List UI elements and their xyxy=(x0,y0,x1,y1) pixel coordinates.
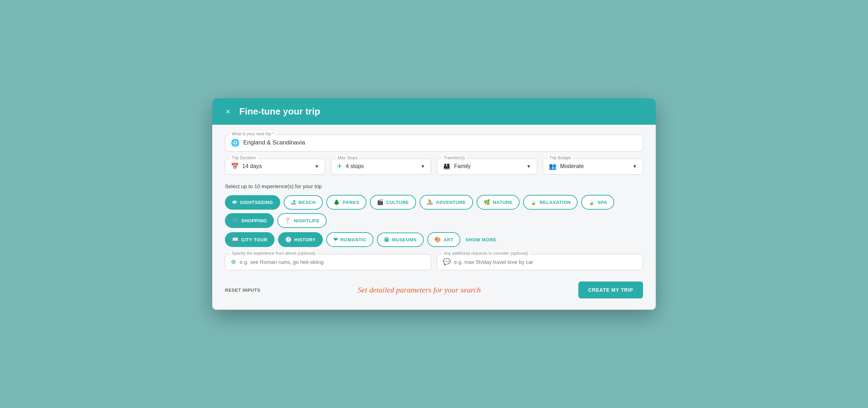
chip-spa[interactable]: 🍃 SPA xyxy=(581,195,614,210)
experiences-label: Select up to 10 experience(s) for your t… xyxy=(225,183,643,189)
trip-budget-label: Trip Budget xyxy=(548,155,573,160)
route-icon: ✈ xyxy=(337,162,342,170)
chip-nightlife[interactable]: 🍸 NIGHTLIFE xyxy=(277,213,327,228)
experience-specify-field: Specify the experience from above (optio… xyxy=(225,254,431,270)
travellers-value: Family xyxy=(454,163,523,169)
relaxation-icon: 🍃 xyxy=(530,199,537,205)
chip-sightseeing-label: SIGHTSEEING xyxy=(240,200,273,205)
chip-art-label: ART xyxy=(444,237,453,242)
additional-requests-input[interactable] xyxy=(454,259,637,265)
chip-spa-label: SPA xyxy=(598,200,607,205)
trip-duration-dropdown[interactable]: Trip Duration 📅 14 days ▼ xyxy=(225,159,325,175)
heart-icon: ❤ xyxy=(333,236,338,243)
chevron-down-icon: ▼ xyxy=(632,163,637,169)
chip-parks-label: PARKS xyxy=(343,200,359,205)
chip-romantic-label: ROMANTIC xyxy=(340,237,366,242)
chip-museums-label: MUSEUMS xyxy=(392,237,417,242)
reset-inputs-button[interactable]: RESET INPUTS xyxy=(225,288,260,293)
trip-duration-value: 14 days xyxy=(242,163,311,169)
chip-art[interactable]: 🎨 ART xyxy=(427,232,461,247)
chevron-down-icon: ▼ xyxy=(420,163,425,169)
chip-nature-label: NATURE xyxy=(493,200,512,205)
chip-beach-label: BEACH xyxy=(298,200,316,205)
trip-name-label: What is your next trip * xyxy=(230,131,276,136)
chips-row-1: 👁 SIGHTSEEING 🏖 BEACH 🌲 PARKS 🎬 CULTURE … xyxy=(225,195,643,228)
max-stops-dropdown[interactable]: Max Stops ✈ 4 stops ▼ xyxy=(331,159,431,175)
footer-message: Set detailed parameters for your search xyxy=(358,285,481,295)
chat-icon: 💬 xyxy=(443,258,451,266)
travellers-dropdown[interactable]: Traveller(s) 👨‍👩‍👧 Family ▼ xyxy=(437,159,537,175)
budget-icon: 👥 xyxy=(549,162,556,170)
create-trip-button[interactable]: CREATE MY TRIP xyxy=(578,282,643,298)
nature-icon: 🌿 xyxy=(484,199,491,205)
trip-name-field: What is your next trip * 🌐 xyxy=(225,135,643,152)
modal-footer: RESET INPUTS Set detailed parameters for… xyxy=(225,280,643,298)
chip-relaxation[interactable]: 🍃 RELAXATION xyxy=(523,195,578,210)
chip-relaxation-label: RELAXATION xyxy=(540,200,571,205)
chip-shopping-label: SHOPPING xyxy=(241,218,267,223)
bike-icon: 🚴 xyxy=(427,199,434,205)
experience-specify-input[interactable] xyxy=(240,259,425,265)
trip-name-input[interactable] xyxy=(243,139,637,146)
calendar-icon: 📅 xyxy=(231,162,239,170)
show-more-button[interactable]: SHOW MORE xyxy=(465,237,496,242)
trip-budget-dropdown[interactable]: Trip Budget 👥 Moderate ▼ xyxy=(543,159,643,175)
cart-icon: 🛒 xyxy=(232,217,239,224)
art-icon: 🎨 xyxy=(434,236,441,243)
film-icon: 🎬 xyxy=(377,199,384,205)
trip-budget-value: Moderate xyxy=(560,163,629,169)
chip-city-tour-label: CITY TOUR xyxy=(241,237,268,242)
chip-culture[interactable]: 🎬 CULTURE xyxy=(370,195,416,210)
beach-icon: 🏖 xyxy=(291,199,296,205)
additional-requests-field: Any additional requests to consider (opt… xyxy=(437,254,643,270)
book-icon: 📖 xyxy=(232,236,239,243)
dropdowns-row: Trip Duration 📅 14 days ▼ Max Stops ✈ 4 … xyxy=(225,159,643,175)
modal-container: × Fine-tune your trip What is your next … xyxy=(212,98,656,310)
chevron-down-icon: ▼ xyxy=(526,163,531,169)
tree-icon: 🌲 xyxy=(333,199,340,205)
globe-icon: 🌐 xyxy=(231,138,240,147)
chip-museums[interactable]: 🏛 MUSEUMS xyxy=(377,233,423,247)
modal-header: × Fine-tune your trip xyxy=(212,98,656,125)
modal-body: What is your next trip * 🌐 Trip Duration… xyxy=(212,125,656,310)
additional-requests-label: Any additional requests to consider (opt… xyxy=(442,251,529,256)
chip-city-tour[interactable]: 📖 CITY TOUR xyxy=(225,232,275,247)
max-stops-label: Max Stops xyxy=(336,155,359,160)
chip-history-label: HISTORY xyxy=(294,237,316,242)
experience-specify-label: Specify the experience from above (optio… xyxy=(230,251,317,256)
museum-icon: 🏛 xyxy=(384,237,390,243)
cocktail-icon: 🍸 xyxy=(284,217,291,224)
chip-adventure-label: ADVENTURE xyxy=(436,200,466,205)
chip-parks[interactable]: 🌲 PARKS xyxy=(326,195,366,210)
history-icon: 🕐 xyxy=(285,236,292,243)
spa-icon: 🍃 xyxy=(588,199,595,205)
modal-title: Fine-tune your trip xyxy=(239,106,320,117)
chip-sightseeing[interactable]: 👁 SIGHTSEEING xyxy=(225,195,280,210)
add-circle-icon: ⊕ xyxy=(231,258,236,266)
optional-fields-row: Specify the experience from above (optio… xyxy=(225,254,643,270)
close-button[interactable]: × xyxy=(224,107,232,116)
max-stops-value: 4 stops xyxy=(346,163,417,169)
travellers-label: Traveller(s) xyxy=(442,155,466,160)
chip-nightlife-label: NIGHTLIFE xyxy=(294,218,320,223)
chip-culture-label: CULTURE xyxy=(386,200,409,205)
chip-nature[interactable]: 🌿 NATURE xyxy=(477,195,520,210)
chip-beach[interactable]: 🏖 BEACH xyxy=(284,195,323,210)
chip-history[interactable]: 🕐 HISTORY xyxy=(278,232,323,247)
chip-adventure[interactable]: 🚴 ADVENTURE xyxy=(420,195,473,210)
chip-shopping[interactable]: 🛒 SHOPPING xyxy=(225,213,274,228)
family-icon: 👨‍👩‍👧 xyxy=(443,162,451,170)
chevron-down-icon: ▼ xyxy=(314,163,319,169)
chips-row-2: 📖 CITY TOUR 🕐 HISTORY ❤ ROMANTIC 🏛 MUSEU… xyxy=(225,232,643,247)
eye-icon: 👁 xyxy=(232,199,238,205)
trip-duration-label: Trip Duration xyxy=(230,155,257,160)
chip-romantic[interactable]: ❤ ROMANTIC xyxy=(326,232,374,247)
